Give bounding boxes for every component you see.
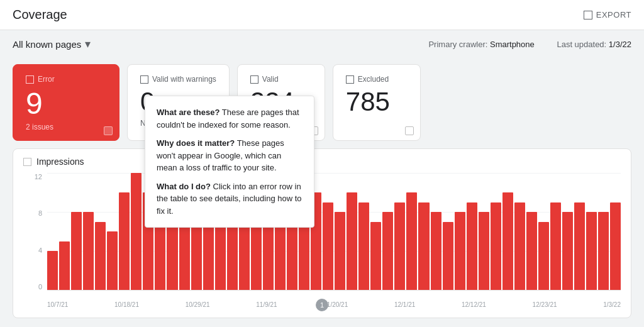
chart-bar (370, 222, 381, 291)
excluded-label-row: Excluded (346, 75, 408, 84)
error-card: Error 9 2 issues (13, 64, 119, 141)
chart-bar (550, 202, 561, 291)
error-card-checkbox-icon[interactable] (26, 75, 34, 84)
chart-bar (107, 231, 118, 290)
chart-bar (598, 212, 609, 290)
chart-bar (394, 202, 405, 291)
excluded-value: 785 (346, 89, 408, 115)
error-card-value: 9 (26, 89, 106, 119)
scroll-indicator-value: 1 (320, 301, 324, 309)
tooltip-p3: What do I do? Click into an error row in… (157, 180, 303, 218)
y-label-4: 4 (23, 247, 42, 254)
chart-header: Impressions (23, 157, 621, 167)
chart-checkbox-icon[interactable] (23, 158, 31, 166)
chart-bar (586, 212, 597, 290)
y-label-12: 12 (23, 173, 42, 180)
last-updated-value: 1/3/22 (609, 40, 631, 49)
valid-warnings-checkbox-icon[interactable] (140, 75, 148, 84)
excluded-card: Excluded 785 (333, 64, 421, 141)
chart-bar (574, 202, 585, 291)
excluded-label: Excluded (358, 75, 389, 84)
chart-bar (227, 222, 238, 291)
valid-label: Valid (262, 75, 279, 84)
chart-bar (358, 202, 369, 291)
pages-filter-dropdown[interactable]: All known pages ▾ (13, 37, 91, 51)
excluded-checkbox-icon[interactable] (346, 75, 354, 84)
chart-bar (431, 212, 441, 290)
tooltip-popup: What are these? These are pages that cou… (145, 96, 314, 228)
chart-title: Impressions (36, 157, 84, 167)
x-label-3: 11/9/21 (256, 301, 277, 308)
chart-bar (323, 202, 333, 291)
chart-bar (526, 212, 537, 290)
error-card-sub: 2 issues (26, 123, 106, 131)
chart-bar (95, 222, 106, 291)
x-label-6: 12/12/21 (462, 301, 486, 308)
chart-bar (382, 212, 393, 290)
chart-bar (502, 192, 513, 290)
chart-bar (514, 202, 525, 291)
chart-bar (347, 192, 357, 290)
error-card-label: Error (38, 75, 55, 84)
export-label: EXPORT (596, 10, 631, 19)
chart-bar (83, 212, 94, 290)
chart-bar (131, 173, 142, 290)
x-label-1: 10/18/21 (114, 301, 139, 308)
error-card-label-row: Error (26, 75, 106, 84)
valid-label-row: Valid (250, 75, 312, 84)
y-label-8: 8 (23, 209, 42, 217)
chart-y-axis: 12 8 4 0 (23, 173, 45, 291)
chart-bar (562, 212, 573, 290)
last-updated-label: Last updated: (557, 40, 606, 49)
chart-bar (443, 222, 453, 291)
chart-bar (71, 212, 82, 290)
page-title: Coverage (13, 8, 67, 22)
chart-bar (47, 251, 58, 290)
chart-bar (610, 202, 621, 291)
valid-warnings-label-row: Valid with warnings (140, 75, 216, 84)
chart-bar (467, 202, 477, 291)
tooltip-p2: Why does it matter? These pages won't ap… (157, 137, 303, 174)
chevron-down-icon: ▾ (85, 37, 91, 51)
top-bar: Coverage EXPORT (0, 0, 644, 30)
valid-checkbox-icon[interactable] (250, 75, 258, 84)
chart-inner: 12 8 4 0 10/7/21 10/18/21 10/29/21 11/9/… (23, 173, 621, 308)
x-label-2: 10/29/21 (186, 301, 210, 308)
main-content: Error 9 2 issues Valid with warnings 0 N… (0, 58, 644, 318)
chart-bar (335, 212, 345, 290)
x-label-7: 12/23/21 (533, 301, 557, 308)
chart-bar (59, 241, 70, 291)
primary-crawler-value: Smartphone (490, 40, 535, 49)
error-card-expand-icon[interactable] (104, 126, 113, 135)
chart-bars (47, 173, 621, 291)
chart-x-axis: 10/7/21 10/18/21 10/29/21 11/9/21 11/20/… (47, 299, 621, 308)
x-label-5: 12/1/21 (394, 301, 415, 308)
export-checkbox-icon (584, 11, 592, 19)
meta-info: Primary crawler: Smartphone Last updated… (428, 40, 631, 49)
y-label-0: 0 (23, 283, 42, 291)
chart-bar (119, 192, 130, 290)
tooltip-q3: What do I do? (157, 182, 211, 191)
chart-area: Impressions 12 8 4 0 10/7/21 10/ (13, 148, 631, 318)
x-label-8: 1/3/22 (603, 301, 621, 308)
tooltip-p1: What are these? These are pages that cou… (157, 106, 303, 131)
chart-bar (479, 212, 489, 290)
chart-bar (406, 192, 417, 290)
excluded-expand-icon[interactable] (405, 126, 414, 135)
valid-warnings-label: Valid with warnings (152, 75, 216, 84)
chart-bar (455, 212, 465, 290)
primary-crawler-label: Primary crawler: (428, 40, 487, 49)
export-button[interactable]: EXPORT (584, 10, 631, 19)
chart-bar (491, 202, 501, 291)
chart-bar (538, 222, 549, 291)
scroll-indicator[interactable]: 1 (316, 299, 328, 311)
chart-bar (418, 202, 429, 291)
tooltip-q2: Why does it matter? (157, 138, 235, 148)
filter-selected-value: All known pages (13, 39, 81, 50)
tooltip-q1: What are these? (157, 108, 219, 117)
cards-row: Error 9 2 issues Valid with warnings 0 N… (13, 64, 631, 141)
x-label-0: 10/7/21 (47, 301, 68, 308)
filter-bar: All known pages ▾ Primary crawler: Smart… (0, 30, 644, 58)
